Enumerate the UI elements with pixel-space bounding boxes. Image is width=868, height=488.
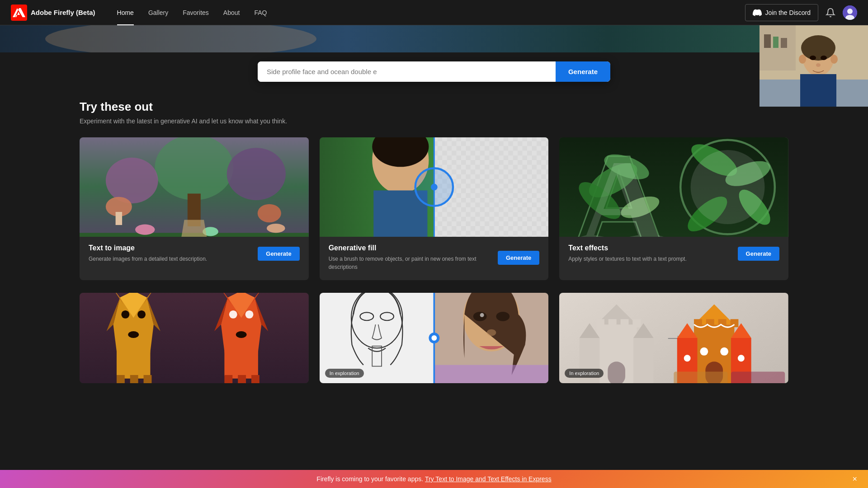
section-title: Try these out: [80, 100, 788, 114]
svg-rect-119: [800, 74, 836, 107]
banner-link[interactable]: Try Text to Image and Text Effects in Ex…: [425, 475, 552, 483]
svg-point-121: [830, 55, 838, 64]
svg-text:A: A: [580, 137, 665, 237]
card-text-effects-image: A A: [559, 137, 788, 237]
svg-point-79: [480, 313, 484, 317]
card-text-to-image-title: Text to image: [89, 244, 250, 252]
banner-close-button[interactable]: ×: [852, 474, 857, 484]
svg-rect-67: [224, 375, 232, 383]
svg-rect-94: [633, 338, 654, 383]
card-text-to-image-image: [80, 137, 309, 237]
svg-point-110: [684, 355, 691, 361]
svg-point-77: [473, 312, 486, 321]
svg-rect-126: [764, 34, 771, 48]
svg-point-7: [155, 137, 233, 200]
svg-point-5: [45, 25, 316, 52]
svg-point-29: [431, 184, 438, 191]
logo[interactable]: Adobe Firefly (Beta): [11, 5, 95, 21]
svg-point-109: [720, 347, 728, 356]
search-bar: Side profile face and ocean double e Gen…: [258, 61, 610, 82]
discord-label: Join the Discord: [765, 9, 811, 16]
nav-about[interactable]: About: [216, 0, 247, 25]
svg-point-118: [801, 35, 835, 61]
svg-point-64: [245, 310, 254, 319]
card-3d-to-image-image: →: [559, 293, 788, 383]
svg-rect-89: [609, 319, 617, 327]
nav-gallery[interactable]: Gallery: [141, 0, 175, 25]
search-generate-button[interactable]: Generate: [556, 61, 610, 82]
card-3d-to-image[interactable]: →: [559, 293, 788, 383]
svg-rect-54: [117, 375, 125, 383]
svg-rect-0: [11, 5, 27, 21]
svg-rect-66: [224, 348, 258, 378]
svg-rect-69: [251, 375, 259, 383]
card-text-effects[interactable]: A A T: [559, 137, 788, 280]
svg-rect-128: [781, 38, 787, 48]
svg-point-15: [135, 225, 155, 235]
card-sketch-to-photo[interactable]: In exploration: [320, 293, 549, 383]
svg-rect-55: [130, 375, 138, 383]
svg-rect-12: [116, 212, 122, 225]
card-generative-fill-text: Generative fill Use a brush to remove ob…: [329, 244, 498, 271]
svg-rect-127: [773, 37, 778, 48]
svg-point-78: [496, 312, 509, 321]
svg-point-120: [799, 55, 806, 64]
card-sketch-to-photo-image: In exploration: [320, 293, 549, 383]
discord-button[interactable]: Join the Discord: [745, 4, 818, 21]
svg-point-2: [847, 9, 853, 14]
nav-home[interactable]: Home: [110, 0, 141, 25]
svg-point-63: [229, 310, 237, 319]
svg-point-111: [738, 355, 745, 361]
svg-point-17: [267, 224, 285, 233]
svg-rect-96: [608, 361, 626, 383]
card-sketch-to-photo-badge: In exploration: [325, 369, 364, 378]
card-text-effects-text: Text effects Apply styles or textures to…: [568, 244, 737, 263]
svg-rect-81: [434, 365, 548, 383]
svg-rect-43: [80, 293, 309, 383]
svg-point-124: [816, 63, 821, 67]
nav-faq[interactable]: FAQ: [247, 0, 274, 25]
cards-row-1: Text to image Generate images from a det…: [80, 137, 788, 280]
svg-point-50: [121, 310, 129, 319]
svg-point-10: [227, 148, 286, 200]
svg-rect-53: [117, 348, 151, 378]
svg-point-52: [128, 331, 139, 338]
card-generative-fill-title: Generative fill: [329, 244, 491, 252]
card-generative-recolor[interactable]: [80, 293, 309, 383]
svg-rect-91: [633, 319, 641, 327]
svg-point-13: [258, 204, 281, 223]
svg-point-123: [821, 56, 827, 60]
card-generative-fill-generate-button[interactable]: Generate: [498, 251, 539, 265]
brand-name: Adobe Firefly (Beta): [31, 9, 95, 16]
svg-point-51: [137, 310, 146, 319]
svg-point-84: [431, 335, 437, 341]
nav-right: Join the Discord: [745, 4, 857, 21]
card-text-to-image-desc: Generate images from a detailed text des…: [89, 255, 250, 263]
banner-text: Firefly is coming to your favorite apps.: [316, 475, 423, 483]
nav-favorites[interactable]: Favorites: [175, 0, 216, 25]
card-text-to-image[interactable]: Text to image Generate images from a det…: [80, 137, 309, 280]
card-text-effects-generate-button[interactable]: Generate: [738, 247, 779, 261]
svg-rect-113: [674, 372, 728, 383]
search-input[interactable]: Side profile face and ocean double e: [258, 61, 556, 82]
webcam-overlay: [760, 25, 868, 107]
card-text-to-image-generate-button[interactable]: Generate: [258, 247, 299, 261]
card-generative-fill-body: Generative fill Use a brush to remove ob…: [320, 237, 549, 280]
svg-rect-88: [596, 319, 604, 327]
card-text-to-image-text: Text to image Generate images from a det…: [89, 244, 258, 263]
svg-rect-90: [621, 319, 629, 327]
main-content: Try these out Experiment with the latest…: [0, 91, 868, 401]
section-subtitle: Experiment with the latest in generative…: [80, 117, 788, 125]
cards-row-2: In exploration: [80, 293, 788, 383]
svg-point-9: [106, 158, 158, 203]
svg-point-42: [691, 150, 765, 224]
notification-icon[interactable]: [826, 8, 835, 18]
card-generative-recolor-image: [80, 293, 309, 383]
discord-icon: [753, 8, 762, 17]
card-text-effects-desc: Apply styles or textures to text with a …: [568, 255, 730, 263]
svg-point-80: [486, 329, 496, 336]
nav-links: Home Gallery Favorites About FAQ: [110, 0, 274, 25]
user-avatar[interactable]: [843, 5, 857, 20]
card-generative-fill[interactable]: Generative fill Use a brush to remove ob…: [320, 137, 549, 280]
card-generative-fill-desc: Use a brush to remove objects, or paint …: [329, 255, 491, 271]
